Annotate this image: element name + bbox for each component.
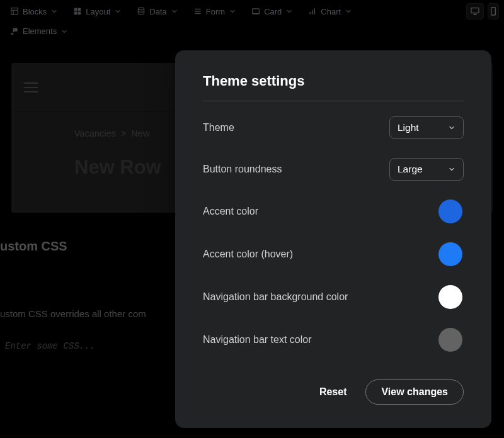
custom-css-title: ustom CSS <box>0 239 67 254</box>
layout-icon <box>73 7 82 16</box>
svg-rect-16 <box>471 8 479 13</box>
chevron-down-icon <box>345 8 352 15</box>
accent-hover-label: Accent color (hover) <box>203 249 293 260</box>
form-icon <box>193 7 202 16</box>
nav-bg-swatch[interactable] <box>438 285 462 309</box>
breadcrumb-sep: > <box>118 128 129 138</box>
data-icon <box>137 7 146 16</box>
top-toolbar: Blocks Layout Data Form Card Chart <box>0 0 504 23</box>
setting-theme: Theme Light <box>203 116 464 139</box>
toolbar-item-layout[interactable]: Layout <box>68 4 127 19</box>
svg-rect-5 <box>74 12 77 15</box>
nav-bg-label: Navigation bar background color <box>203 291 348 303</box>
hamburger-icon[interactable] <box>24 82 38 93</box>
setting-nav-bg: Navigation bar background color <box>203 285 464 309</box>
theme-label: Theme <box>203 122 234 133</box>
accent-hover-swatch[interactable] <box>438 242 462 266</box>
blocks-icon <box>10 7 19 16</box>
toolbar-item-data[interactable]: Data <box>132 4 183 19</box>
reset-button[interactable]: Reset <box>319 386 347 398</box>
svg-rect-11 <box>253 9 260 14</box>
modal-divider <box>203 101 464 101</box>
svg-rect-20 <box>11 33 14 35</box>
svg-rect-19 <box>491 8 496 15</box>
chart-icon <box>308 7 317 16</box>
breadcrumb-part-1[interactable]: Vacancies <box>74 128 116 138</box>
toolbar-layout-label: Layout <box>86 7 110 16</box>
svg-point-7 <box>139 8 144 9</box>
modal-title: Theme settings <box>203 73 464 89</box>
setting-accent-color: Accent color <box>203 199 464 223</box>
setting-button-roundness: Button roundness Large <box>203 158 464 181</box>
toolbar-row-2: Elements <box>0 23 504 42</box>
accent-color-swatch[interactable] <box>438 199 462 223</box>
toolbar-data-label: Data <box>149 7 166 16</box>
roundness-label: Button roundness <box>203 164 282 175</box>
theme-settings-modal: Theme settings Theme Light Button roundn… <box>175 50 491 428</box>
chevron-down-icon <box>50 8 58 15</box>
toolbar-blocks-label: Blocks <box>23 7 47 16</box>
desktop-preview-button[interactable] <box>466 3 484 20</box>
setting-nav-text: Navigation bar text color <box>203 328 464 352</box>
svg-rect-15 <box>314 8 316 14</box>
view-changes-button[interactable]: View changes <box>365 379 464 405</box>
svg-rect-4 <box>78 8 81 11</box>
svg-rect-0 <box>11 8 18 15</box>
card-icon <box>251 7 260 16</box>
breadcrumb-part-2[interactable]: New <box>131 128 149 138</box>
chevron-down-icon <box>285 8 293 15</box>
elements-icon <box>10 27 19 36</box>
svg-rect-3 <box>74 8 77 11</box>
toolbar-form-label: Form <box>206 7 225 16</box>
mobile-preview-button[interactable] <box>488 3 499 20</box>
accent-color-label: Accent color <box>203 206 258 217</box>
chevron-down-icon <box>60 28 68 35</box>
roundness-select[interactable]: Large <box>389 158 464 181</box>
toolbar-elements-label: Elements <box>23 26 57 36</box>
chevron-down-icon <box>171 8 178 15</box>
toolbar-item-blocks[interactable]: Blocks <box>5 4 63 19</box>
toolbar-card-label: Card <box>264 7 282 16</box>
theme-select[interactable]: Light <box>389 116 464 139</box>
toolbar-item-chart[interactable]: Chart <box>303 4 357 19</box>
mobile-icon <box>488 6 498 16</box>
nav-text-label: Navigation bar text color <box>203 334 312 345</box>
svg-rect-13 <box>310 12 311 14</box>
chevron-down-icon <box>229 8 236 15</box>
chevron-down-icon <box>448 166 455 173</box>
svg-rect-6 <box>78 12 81 15</box>
toolbar-item-form[interactable]: Form <box>188 4 241 19</box>
nav-text-swatch[interactable] <box>438 328 462 352</box>
setting-accent-hover: Accent color (hover) <box>203 242 464 266</box>
custom-css-subtitle: ustom CSS overrides all other com <box>0 308 146 319</box>
toolbar-chart-label: Chart <box>321 7 341 16</box>
chevron-down-icon <box>448 124 455 132</box>
desktop-icon <box>470 6 480 16</box>
roundness-select-value: Large <box>398 164 423 175</box>
svg-rect-14 <box>312 10 313 14</box>
modal-actions: Reset View changes <box>203 379 464 405</box>
chevron-down-icon <box>114 8 122 15</box>
toolbar-item-card[interactable]: Card <box>246 4 298 19</box>
theme-select-value: Light <box>398 122 419 133</box>
toolbar-item-elements[interactable]: Elements <box>5 24 73 38</box>
